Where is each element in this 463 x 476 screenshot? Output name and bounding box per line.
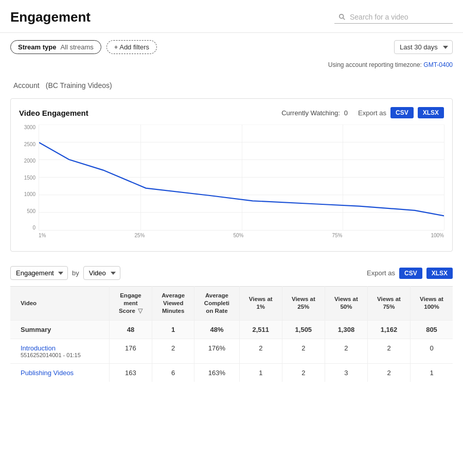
dimension-select[interactable]: Video bbox=[83, 266, 120, 280]
chart-section: Video Engagement Currently Watching: 0 E… bbox=[10, 98, 453, 252]
col-engagement[interactable]: EngagementScore ▽ bbox=[109, 287, 152, 321]
summary-views-25: 1,505 bbox=[282, 320, 325, 339]
col-views-75: Views at75% bbox=[367, 287, 410, 321]
table-controls: Engagement by Video Export as CSV XLSX bbox=[0, 260, 463, 286]
svg-point-0 bbox=[340, 14, 344, 19]
summary-views-75: 1,162 bbox=[367, 320, 410, 339]
page-header: Engagement Search for a video bbox=[0, 0, 463, 33]
row1-avg-completion: 163% bbox=[194, 363, 240, 382]
table-header-row: Video EngagementScore ▽ AverageViewedMin… bbox=[10, 287, 453, 321]
search-placeholder[interactable]: Search for a video bbox=[350, 13, 408, 21]
account-label: Account bbox=[13, 81, 40, 90]
table-row: Introduction 5516252014001 - 01:15 176 2… bbox=[10, 339, 453, 363]
summary-avg-completion: 48% bbox=[194, 320, 240, 339]
col-avg-completion: AverageCompletion Rate bbox=[194, 287, 240, 321]
chart-title: Video Engagement bbox=[19, 109, 88, 117]
table-controls-left: Engagement by Video bbox=[10, 266, 120, 280]
video-cell: Introduction 5516252014001 - 01:15 bbox=[10, 339, 109, 363]
filters-row: Stream type All streams + Add filters La… bbox=[0, 33, 463, 61]
summary-views-100: 805 bbox=[411, 320, 453, 339]
table-wrapper: Video EngagementScore ▽ AverageViewedMin… bbox=[0, 286, 463, 382]
chart-inner bbox=[39, 125, 444, 231]
currently-watching-value: 0 bbox=[344, 109, 348, 117]
account-name: (BC Training Videos) bbox=[46, 81, 112, 90]
table-xlsx-button[interactable]: XLSX bbox=[426, 268, 453, 279]
chart-csv-button[interactable]: CSV bbox=[390, 107, 414, 118]
video-cell: Publishing Videos bbox=[10, 363, 109, 382]
summary-label: Summary bbox=[10, 320, 109, 339]
search-icon bbox=[339, 13, 346, 21]
chart-xlsx-button[interactable]: XLSX bbox=[418, 107, 444, 118]
page-title: Engagement bbox=[10, 9, 91, 25]
stream-type-filter[interactable]: Stream type All streams bbox=[10, 40, 101, 54]
chart-actions: Currently Watching: 0 Export as CSV XLSX bbox=[281, 107, 444, 118]
table-export-actions: Export as CSV XLSX bbox=[367, 268, 453, 279]
table-csv-button[interactable]: CSV bbox=[399, 268, 422, 279]
x-axis: 1% 25% 50% 75% 100% bbox=[39, 231, 444, 243]
chart-header: Video Engagement Currently Watching: 0 E… bbox=[19, 107, 444, 118]
row0-views-75: 2 bbox=[367, 339, 410, 363]
col-avg-viewed: AverageViewedMinutes bbox=[152, 287, 194, 321]
col-video: Video bbox=[10, 287, 109, 321]
col-views-100: Views at100% bbox=[411, 287, 453, 321]
row1-views-100: 1 bbox=[411, 363, 453, 382]
video-link[interactable]: Publishing Videos bbox=[21, 369, 105, 377]
video-link[interactable]: Introduction bbox=[21, 344, 105, 352]
row1-views-1: 1 bbox=[239, 363, 282, 382]
col-views-1: Views at1% bbox=[239, 287, 282, 321]
currently-watching-label: Currently Watching: bbox=[281, 109, 340, 117]
timezone-text: Using account reporting timezone: bbox=[328, 61, 422, 68]
summary-views-1: 2,511 bbox=[239, 320, 282, 339]
row1-views-25: 2 bbox=[282, 363, 325, 382]
chart-export-label: Export as bbox=[358, 109, 386, 117]
summary-engagement: 48 bbox=[109, 320, 152, 339]
row1-views-50: 3 bbox=[325, 363, 367, 382]
summary-views-50: 1,308 bbox=[325, 320, 367, 339]
account-heading: Account (BC Training Videos) bbox=[0, 74, 463, 98]
row0-views-100: 0 bbox=[411, 339, 453, 363]
row0-avg-completion: 176% bbox=[194, 339, 240, 363]
grid-line-100 bbox=[444, 125, 444, 230]
filters-left: Stream type All streams + Add filters bbox=[10, 40, 157, 54]
row1-views-75: 2 bbox=[367, 363, 410, 382]
row1-avg-viewed: 6 bbox=[152, 363, 194, 382]
table-row-summary: Summary 48 1 48% 2,511 1,505 1,308 1,162… bbox=[10, 320, 453, 339]
svg-line-1 bbox=[343, 18, 345, 20]
timezone-link[interactable]: GMT-0400 bbox=[423, 61, 453, 68]
row0-views-25: 2 bbox=[282, 339, 325, 363]
row0-engagement: 176 bbox=[109, 339, 152, 363]
stream-type-label: Stream type bbox=[18, 43, 56, 51]
add-filters-button[interactable]: + Add filters bbox=[106, 40, 157, 54]
date-select[interactable]: Last 30 days Last 7 days Last 90 days Cu… bbox=[394, 40, 453, 54]
timezone-row: Using account reporting timezone: GMT-04… bbox=[0, 61, 463, 74]
metric-select[interactable]: Engagement bbox=[10, 266, 68, 280]
search-box[interactable]: Search for a video bbox=[334, 11, 453, 24]
chart-svg bbox=[39, 125, 444, 230]
table-row: Publishing Videos 163 6 163% 1 2 3 2 1 bbox=[10, 363, 453, 382]
table-export-label: Export as bbox=[367, 269, 395, 277]
video-id: 5516252014001 - 01:15 bbox=[21, 352, 105, 358]
y-axis: 3000 2500 2000 1500 1000 500 0 bbox=[19, 125, 39, 231]
col-views-50: Views at50% bbox=[325, 287, 367, 321]
row1-engagement: 163 bbox=[109, 363, 152, 382]
row0-views-50: 2 bbox=[325, 339, 367, 363]
stream-type-value: All streams bbox=[60, 43, 93, 51]
engagement-table: Video EngagementScore ▽ AverageViewedMin… bbox=[10, 286, 453, 382]
summary-avg-viewed: 1 bbox=[152, 320, 194, 339]
add-filters-label: + Add filters bbox=[114, 43, 149, 51]
row0-views-1: 2 bbox=[239, 339, 282, 363]
row0-avg-viewed: 2 bbox=[152, 339, 194, 363]
date-select-wrapper[interactable]: Last 30 days Last 7 days Last 90 days Cu… bbox=[394, 40, 453, 54]
col-views-25: Views at25% bbox=[282, 287, 325, 321]
chart-area: 3000 2500 2000 1500 1000 500 0 bbox=[19, 125, 444, 243]
by-label: by bbox=[72, 269, 79, 277]
